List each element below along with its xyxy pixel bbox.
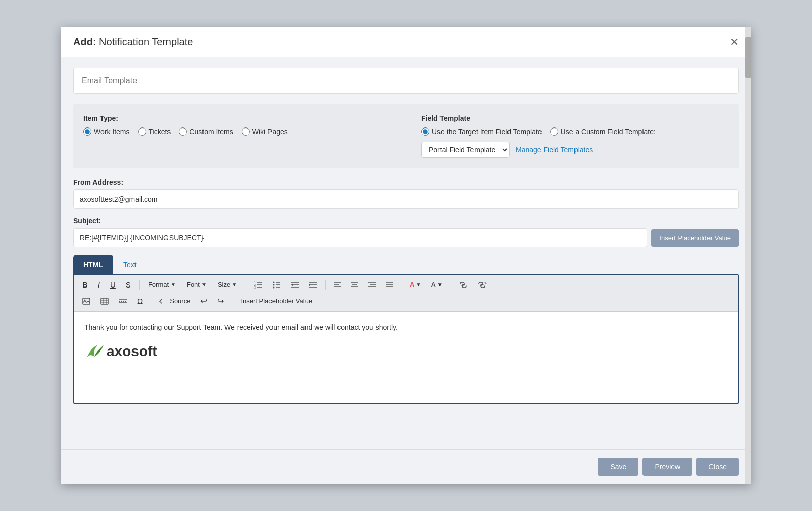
radio-use-target-label: Use the Target Item Field Template [432,127,542,136]
toolbar-sep-2 [246,280,246,290]
remove-link-button[interactable] [473,279,491,291]
preview-button[interactable]: Preview [642,458,692,476]
radio-use-custom-label: Use a Custom Field Template: [561,127,656,136]
font-color-button[interactable]: A ▼ [405,278,425,291]
indent-increase-button[interactable] [305,279,321,291]
axosoft-logo-leaf-icon [84,343,105,361]
toolbar-row-1: B I U S Format ▼ Font ▼ Size ▼ [78,278,734,292]
toolbar-sep-5 [451,280,451,290]
underline-button[interactable]: U [106,278,120,292]
email-template-input[interactable] [73,68,739,94]
insert-link-button[interactable] [455,279,471,291]
svg-text:3.: 3. [254,286,256,289]
align-justify-button[interactable] [382,279,397,291]
radio-work-items[interactable]: Work Items [83,127,130,136]
insert-table-button[interactable] [96,295,113,307]
save-button[interactable]: Save [598,458,638,476]
toolbar-row-2: Ω Source ↩ ↪ Insert Placeholder Value [78,294,734,308]
from-address-label: From Address: [73,178,739,186]
from-address-group: From Address: [73,178,739,209]
subject-input[interactable] [73,228,647,247]
svg-line-32 [485,282,486,284]
special-char-button[interactable]: Ω [133,294,147,308]
field-template-group: Field Template Use the Target Item Field… [421,114,729,158]
undo-button[interactable]: ↩ [196,294,211,308]
ordered-list-button[interactable]: 1.2.3. [250,279,266,291]
highlight-chevron-icon: ▼ [437,282,443,288]
modal-title-prefix: Add: [73,36,96,47]
editor-text: Thank you for contacting our Support Tea… [84,322,728,333]
radio-use-custom[interactable]: Use a Custom Field Template: [550,127,656,136]
toolbar-sep-1 [139,280,140,290]
toolbar-sep-3 [325,280,326,290]
subject-row: Insert Placeholder Value [73,228,739,247]
radio-tickets[interactable]: Tickets [138,127,171,136]
source-button[interactable]: Source [155,295,194,307]
notification-template-modal: Add: Notification Template ✕ Item Type: … [61,27,751,484]
bold-button[interactable]: B [78,278,92,292]
editor-toolbar: B I U S Format ▼ Font ▼ Size ▼ [74,275,738,312]
axosoft-logo-text: axosoft [107,341,157,362]
font-label: Font [187,281,200,289]
italic-button[interactable]: I [94,278,104,292]
svg-marker-15 [291,284,293,286]
radio-use-target[interactable]: Use the Target Item Field Template [421,127,542,136]
radio-wiki-pages[interactable]: Wiki Pages [242,127,288,136]
size-dropdown[interactable]: Size ▼ [213,278,242,291]
editor-tabs: HTML Text [73,256,739,274]
modal-body: Item Type: Work Items Tickets Custom Ite… [61,57,751,449]
insert-placeholder-editor-label: Insert Placeholder Value [241,297,312,305]
insert-image-button[interactable] [78,295,94,307]
close-button[interactable]: Close [696,458,739,476]
format-chevron-icon: ▼ [171,282,176,288]
radio-custom-items[interactable]: Custom Items [179,127,233,136]
item-type-label: Item Type: [83,114,391,122]
field-template-label: Field Template [421,114,729,122]
svg-marker-19 [309,284,311,286]
format-dropdown[interactable]: Format ▼ [144,278,180,291]
font-chevron-icon: ▼ [201,282,207,288]
toolbar-sep-7 [232,296,232,306]
radio-use-custom-input[interactable] [550,127,558,136]
strikethrough-button[interactable]: S [122,278,135,292]
radio-custom-items-input[interactable] [179,127,187,136]
svg-point-11 [273,286,275,288]
radio-use-target-input[interactable] [421,127,429,136]
redo-button[interactable]: ↪ [213,294,228,308]
subject-group: Subject: Insert Placeholder Value [73,217,739,247]
manage-field-templates-link[interactable]: Manage Field Templates [516,146,593,154]
svg-rect-35 [101,298,108,304]
field-template-dropdown-row: Portal Field Template Manage Field Templ… [421,142,729,158]
align-left-button[interactable] [330,279,345,291]
size-chevron-icon: ▼ [232,282,237,288]
horizontal-rule-button[interactable] [115,295,131,307]
radio-tickets-input[interactable] [138,127,146,136]
size-label: Size [218,281,230,289]
portal-field-template-select[interactable]: Portal Field Template [421,142,510,158]
field-template-radio-group: Use the Target Item Field Template Use a… [421,127,729,136]
svg-point-9 [273,281,275,283]
align-center-button[interactable] [347,279,362,291]
radio-work-items-label: Work Items [94,127,130,136]
unordered-list-button[interactable] [268,279,285,291]
item-type-radio-group: Work Items Tickets Custom Items Wiki Pag… [83,127,391,136]
font-color-chevron-icon: ▼ [416,282,421,288]
modal-header: Add: Notification Template ✕ [61,27,751,57]
radio-wiki-pages-label: Wiki Pages [252,127,288,136]
tab-text[interactable]: Text [113,256,147,274]
scrollbar-thumb[interactable] [745,37,751,78]
source-label: Source [170,297,190,305]
insert-placeholder-editor-button[interactable]: Insert Placeholder Value [236,295,316,307]
highlight-button[interactable]: A ▼ [427,278,446,291]
from-address-input[interactable] [73,189,739,209]
radio-work-items-input[interactable] [83,127,91,136]
tab-html[interactable]: HTML [73,256,113,274]
radio-wiki-pages-input[interactable] [242,127,250,136]
scrollbar-track[interactable] [745,27,751,484]
modal-close-button[interactable]: ✕ [730,37,739,48]
indent-decrease-button[interactable] [287,279,303,291]
font-dropdown[interactable]: Font ▼ [182,278,211,291]
align-right-button[interactable] [364,279,380,291]
insert-placeholder-subject-button[interactable]: Insert Placeholder Value [651,229,739,247]
editor-content[interactable]: Thank you for contacting our Support Tea… [74,312,738,403]
